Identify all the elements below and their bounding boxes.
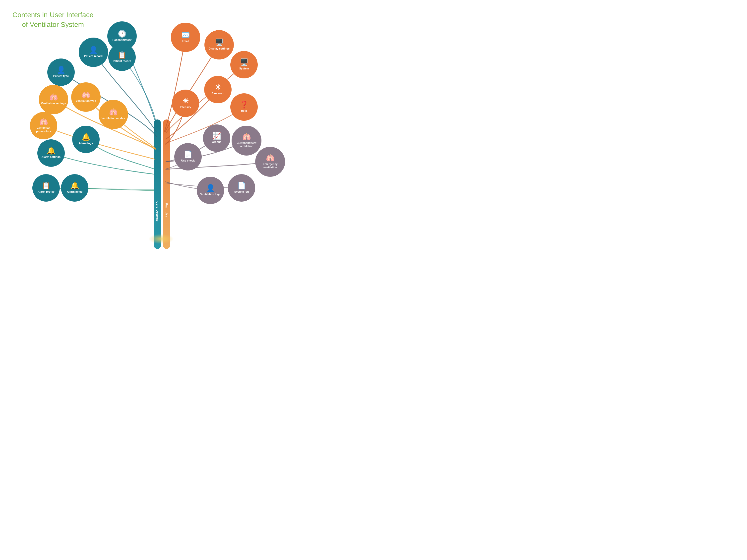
bluetooth-icon: ✳ xyxy=(215,84,221,91)
help-label: Help xyxy=(239,109,249,112)
alarm-profile-node: 📋 Alarm profile xyxy=(32,174,60,202)
alarm-profile-label: Alarm profile xyxy=(36,190,56,193)
alarm-items-label: Alarm items xyxy=(66,190,84,193)
bluetooth-label: Bluetooth xyxy=(210,92,226,95)
alarm-settings-node: 🔔 Alarm settings xyxy=(37,139,65,167)
patient-type-label: Patient type xyxy=(52,74,70,78)
ventilation-parameters-icon: 🫁 xyxy=(39,118,48,126)
emergency-ventilation-node: 🫁 Emergency ventilation xyxy=(255,147,285,177)
svg-text:Facilities: Facilities xyxy=(165,203,168,217)
system-log-node: 📄 System log xyxy=(228,174,255,202)
ventilation-logs-label: Ventilation logs xyxy=(199,193,222,196)
current-patient-ventilation-icon: 🫁 xyxy=(242,133,251,140)
use-check-node: 📄 Use check xyxy=(174,143,202,170)
alarm-items-node: 🔔 Alarm items xyxy=(61,174,88,202)
alarm-profile-icon: 📋 xyxy=(42,182,51,189)
patient-history-label: Patient history xyxy=(111,38,133,42)
help-icon: ❓ xyxy=(240,101,249,108)
current-patient-ventilation-label: Current patient ventilation xyxy=(232,141,261,148)
email-label: Email xyxy=(180,39,190,43)
use-check-label: Use check xyxy=(180,159,196,162)
system-log-label: System log xyxy=(233,190,251,193)
email-node: ✉️ Email xyxy=(171,23,200,52)
system-log-icon: 📄 xyxy=(237,182,246,189)
alarm-settings-icon: 🔔 xyxy=(47,148,55,154)
patient-record-left-label: Patient record xyxy=(83,54,104,58)
svg-point-2 xyxy=(149,234,174,244)
patient-record-left-icon: 👤 xyxy=(89,47,98,54)
patient-record-right-label: Patient record xyxy=(111,59,133,63)
patient-type-icon: 👤 xyxy=(57,66,66,74)
display-settings-label: Display settings xyxy=(207,47,231,50)
ventilation-type-node: 🫁 Ventilation type xyxy=(71,82,101,112)
alarm-settings-label: Alarm settings xyxy=(40,155,62,159)
patient-record-right-icon: 📋 xyxy=(118,52,127,58)
page-title: Contents in User Interfaceof Ventilator … xyxy=(12,10,93,29)
ventilation-logs-icon: 👤 xyxy=(206,185,215,192)
ventilation-modes-icon: 🫁 xyxy=(109,109,118,116)
patient-record-right-node: 📋 Patient record xyxy=(108,44,136,71)
svg-rect-0 xyxy=(154,119,161,249)
email-icon: ✉️ xyxy=(181,32,190,38)
ventilation-type-icon: 🫁 xyxy=(82,91,91,98)
system-icon: 🖥️ xyxy=(240,59,249,66)
alarm-logs-node: 🔔 Alarm logs xyxy=(72,126,100,153)
alarm-logs-label: Alarm logs xyxy=(77,142,95,145)
ventilation-modes-label: Ventilation modes xyxy=(100,117,127,120)
display-settings-icon: 🖥️ xyxy=(215,39,224,46)
ventilation-type-label: Ventilation type xyxy=(74,99,97,103)
intensity-label: Intensity xyxy=(178,106,192,109)
display-settings-node: 🖥️ Display settings xyxy=(204,30,234,59)
system-label: System xyxy=(237,67,250,70)
patient-history-icon: 🕐 xyxy=(118,30,127,37)
intensity-node: ☀ Intensity xyxy=(172,89,199,117)
ventilation-settings-node: 🫁 Ventilation settings xyxy=(39,85,68,114)
ventilation-parameters-node: 🫁 Ventilation parameters xyxy=(30,112,57,139)
system-node: 🖥️ System xyxy=(230,51,258,78)
emergency-ventilation-label: Emergency ventilation xyxy=(255,162,285,169)
ventilation-parameters-label: Ventilation parameters xyxy=(30,127,57,133)
patient-type-node: 👤 Patient type xyxy=(47,58,75,86)
svg-rect-1 xyxy=(163,119,170,249)
graphs-label: Graphs xyxy=(210,140,223,143)
intensity-icon: ☀ xyxy=(182,98,189,105)
help-node: ❓ Help xyxy=(230,93,258,121)
bluetooth-node: ✳ Bluetooth xyxy=(204,76,232,103)
svg-text:Core Options: Core Options xyxy=(156,202,159,222)
patient-record-left-node: 👤 Patient record xyxy=(79,37,108,67)
ventilation-settings-label: Ventilation settings xyxy=(40,102,68,105)
graphs-icon: 📈 xyxy=(212,132,221,139)
ventilation-logs-node: 👤 Ventilation logs xyxy=(197,177,224,204)
graphs-node: 📈 Graphs xyxy=(203,125,230,152)
emergency-ventilation-icon: 🫁 xyxy=(266,155,275,162)
ventilation-modes-node: 🫁 Ventilation modes xyxy=(99,100,128,129)
alarm-items-icon: 🔔 xyxy=(71,182,79,189)
ventilation-settings-icon: 🫁 xyxy=(49,94,58,101)
alarm-logs-icon: 🔔 xyxy=(82,134,91,141)
current-patient-ventilation-node: 🫁 Current patient ventilation xyxy=(232,126,261,156)
use-check-icon: 📄 xyxy=(184,151,192,158)
